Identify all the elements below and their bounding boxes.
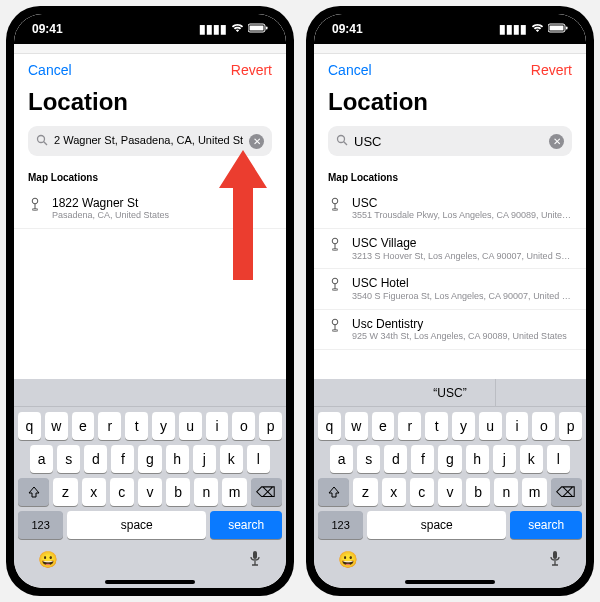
emoji-icon[interactable]: 😀 xyxy=(38,550,58,572)
key-y[interactable]: y xyxy=(452,412,475,440)
key-w[interactable]: w xyxy=(45,412,68,440)
pred-slot[interactable]: “USC” xyxy=(405,379,496,407)
key-search[interactable]: search xyxy=(210,511,282,539)
key-g[interactable]: g xyxy=(138,445,161,473)
key-r[interactable]: r xyxy=(98,412,121,440)
key-v[interactable]: v xyxy=(438,478,462,506)
mic-icon[interactable] xyxy=(248,550,262,572)
key-search[interactable]: search xyxy=(510,511,582,539)
home-indicator[interactable] xyxy=(405,580,495,584)
notch xyxy=(100,14,200,32)
key-j[interactable]: j xyxy=(493,445,516,473)
key-c[interactable]: c xyxy=(110,478,134,506)
list-item[interactable]: Usc Dentistry925 W 34th St, Los Angeles,… xyxy=(314,310,586,350)
key-row: 123 space search xyxy=(314,506,586,544)
mic-icon[interactable] xyxy=(548,550,562,572)
key-t[interactable]: t xyxy=(125,412,148,440)
nav-bar: Cancel Revert xyxy=(314,54,586,82)
key-j[interactable]: j xyxy=(193,445,216,473)
key-a[interactable]: a xyxy=(330,445,353,473)
key-u[interactable]: u xyxy=(179,412,202,440)
key-z[interactable]: z xyxy=(353,478,377,506)
list-item[interactable]: USC3551 Trousdale Pkwy, Los Angeles, CA … xyxy=(314,189,586,229)
key-z[interactable]: z xyxy=(53,478,77,506)
key-space[interactable]: space xyxy=(67,511,206,539)
key-a[interactable]: a xyxy=(30,445,53,473)
emoji-icon[interactable]: 😀 xyxy=(338,550,358,572)
svg-point-3 xyxy=(38,135,45,142)
svg-point-5 xyxy=(32,198,38,204)
key-s[interactable]: s xyxy=(357,445,380,473)
svg-point-25 xyxy=(332,319,338,325)
key-s[interactable]: s xyxy=(57,445,80,473)
key-q[interactable]: q xyxy=(318,412,341,440)
revert-button[interactable]: Revert xyxy=(231,62,272,78)
key-v[interactable]: v xyxy=(138,478,162,506)
result-addr: 3551 Trousdale Pkwy, Los Angeles, CA 900… xyxy=(352,210,572,221)
battery-icon xyxy=(548,22,568,36)
key-b[interactable]: b xyxy=(166,478,190,506)
cancel-button[interactable]: Cancel xyxy=(328,62,372,78)
list-item[interactable]: USC Village3213 S Hoover St, Los Angeles… xyxy=(314,229,586,269)
key-row: a s d f g h j k l xyxy=(314,440,586,473)
svg-point-18 xyxy=(332,209,338,211)
svg-rect-2 xyxy=(266,27,268,30)
key-t[interactable]: t xyxy=(425,412,448,440)
key-shift[interactable] xyxy=(18,478,49,506)
key-q[interactable]: q xyxy=(18,412,41,440)
key-p[interactable]: p xyxy=(259,412,282,440)
svg-point-27 xyxy=(332,329,338,331)
signal-icon: ▮▮▮▮ xyxy=(499,22,527,36)
key-o[interactable]: o xyxy=(232,412,255,440)
list-item[interactable]: USC Hotel3540 S Figueroa St, Los Angeles… xyxy=(314,269,586,309)
key-123[interactable]: 123 xyxy=(318,511,363,539)
key-f[interactable]: f xyxy=(111,445,134,473)
key-l[interactable]: l xyxy=(547,445,570,473)
clear-icon[interactable]: ✕ xyxy=(249,134,264,149)
key-u[interactable]: u xyxy=(479,412,502,440)
list-item[interactable]: 1822 Wagner St Pasadena, CA, United Stat… xyxy=(14,189,286,229)
status-icons: ▮▮▮▮ xyxy=(199,22,268,36)
key-h[interactable]: h xyxy=(466,445,489,473)
key-i[interactable]: i xyxy=(506,412,529,440)
key-y[interactable]: y xyxy=(152,412,175,440)
key-n[interactable]: n xyxy=(494,478,518,506)
key-e[interactable]: e xyxy=(72,412,95,440)
key-f[interactable]: f xyxy=(411,445,434,473)
key-m[interactable]: m xyxy=(222,478,246,506)
key-i[interactable]: i xyxy=(206,412,229,440)
cancel-button[interactable]: Cancel xyxy=(28,62,72,78)
key-123[interactable]: 123 xyxy=(18,511,63,539)
key-x[interactable]: x xyxy=(82,478,106,506)
key-shift[interactable] xyxy=(318,478,349,506)
key-k[interactable]: k xyxy=(520,445,543,473)
home-indicator[interactable] xyxy=(105,580,195,584)
key-l[interactable]: l xyxy=(247,445,270,473)
key-space[interactable]: space xyxy=(367,511,506,539)
clear-icon[interactable]: ✕ xyxy=(549,134,564,149)
key-o[interactable]: o xyxy=(532,412,555,440)
key-e[interactable]: e xyxy=(372,412,395,440)
key-g[interactable]: g xyxy=(438,445,461,473)
key-r[interactable]: r xyxy=(398,412,421,440)
key-c[interactable]: c xyxy=(410,478,434,506)
key-k[interactable]: k xyxy=(220,445,243,473)
key-d[interactable]: d xyxy=(84,445,107,473)
key-d[interactable]: d xyxy=(384,445,407,473)
revert-button[interactable]: Revert xyxy=(531,62,572,78)
result-name: USC Village xyxy=(352,236,572,250)
key-m[interactable]: m xyxy=(522,478,546,506)
search-input[interactable]: USC ✕ xyxy=(328,126,572,156)
key-h[interactable]: h xyxy=(166,445,189,473)
notch xyxy=(400,14,500,32)
key-w[interactable]: w xyxy=(345,412,368,440)
key-backspace[interactable]: ⌫ xyxy=(251,478,282,506)
search-input[interactable]: 2 Wagner St, Pasadena, CA, United States… xyxy=(28,126,272,156)
key-b[interactable]: b xyxy=(466,478,490,506)
key-n[interactable]: n xyxy=(194,478,218,506)
map-pin-icon xyxy=(328,276,342,294)
key-backspace[interactable]: ⌫ xyxy=(551,478,582,506)
key-x[interactable]: x xyxy=(382,478,406,506)
result-addr: 925 W 34th St, Los Angeles, CA 90089, Un… xyxy=(352,331,572,342)
key-p[interactable]: p xyxy=(559,412,582,440)
